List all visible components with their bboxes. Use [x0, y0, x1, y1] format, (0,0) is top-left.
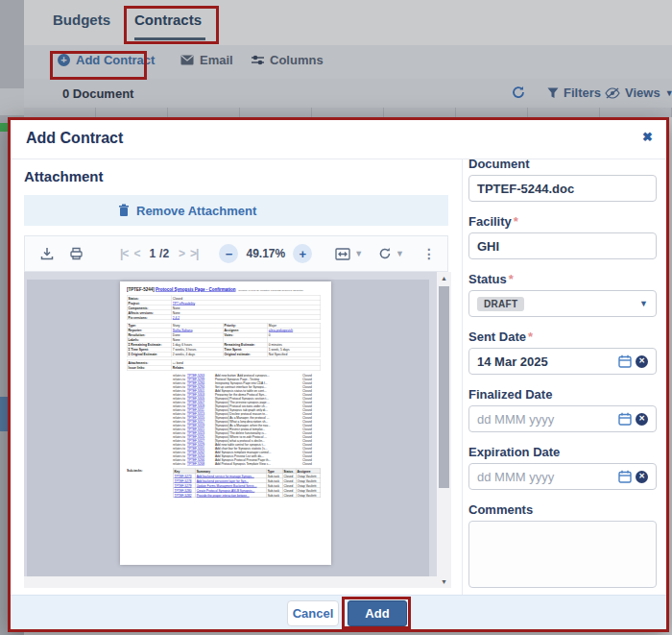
status-label: Status* — [468, 272, 657, 286]
pdf-doc-attachments-table: Attachments:☐ bond Issue links:Relates — [127, 360, 321, 371]
pdf-page-content: [TPTEF-5244] Protocol Synopsis Page - Co… — [120, 281, 331, 565]
sent-date-field[interactable]: 14 Mar 2025 ✕ — [468, 348, 657, 375]
add-button[interactable]: Add — [348, 600, 407, 626]
comments-textarea[interactable] — [468, 521, 657, 588]
remove-attachment-button[interactable]: Remove Attachment — [24, 195, 448, 226]
more-options-icon[interactable]: ⋮ — [422, 249, 436, 258]
pdf-doc-issue-links: relates toTPTEF-5263Add new button 'Add … — [127, 374, 321, 466]
modal-header: Add Contract ✖ — [11, 120, 666, 159]
modal-title: Add Contract — [26, 130, 123, 147]
scrollbar-thumb[interactable] — [439, 286, 449, 488]
pdf-viewer-toolbar: |< < 1 /2 > >| − 49.17% + ▼ ▼ ⋮ — [24, 235, 448, 272]
document-label: Document — [468, 157, 657, 171]
status-select[interactable]: DRAFT ▼ — [468, 290, 657, 317]
attachment-heading: Attachment — [24, 168, 104, 184]
sidebar-green-accent — [0, 123, 8, 132]
finalized-date-input[interactable] — [477, 412, 618, 427]
select-caret-icon: ▼ — [639, 299, 648, 308]
panel-divider — [462, 159, 463, 595]
expiration-date-input[interactable] — [477, 470, 618, 484]
rotate-icon[interactable] — [378, 247, 392, 260]
expiration-date-field[interactable]: ✕ — [468, 463, 657, 490]
sidebar-active-item — [0, 397, 8, 431]
pdf-viewer-canvas[interactable]: [TPTEF-5244] Protocol Synopsis Page - Co… — [24, 272, 451, 588]
comments-label: Comments — [468, 502, 657, 517]
calendar-icon[interactable] — [618, 412, 632, 426]
print-icon[interactable] — [69, 247, 84, 260]
fit-width-icon[interactable] — [335, 248, 350, 260]
add-contract-modal: Add Contract ✖ Attachment Remove Attachm… — [8, 117, 669, 632]
download-icon[interactable] — [40, 247, 54, 260]
doc-link-row: relates toTPTEF-5268Add Protocol Synopsi… — [127, 462, 321, 466]
viewer-vertical-scrollbar[interactable]: ▲ ▼ — [437, 272, 451, 588]
doc-subtask-row: TPTEF-5282Provide the proper interaction… — [173, 493, 321, 498]
clear-date-icon[interactable]: ✕ — [636, 355, 648, 368]
status-badge: DRAFT — [477, 297, 524, 311]
expiration-date-label: Expiration Date — [468, 445, 657, 459]
calendar-icon[interactable] — [618, 470, 632, 483]
doc-detail-row: Fix versions:2.4.2 — [127, 315, 321, 320]
pdf-page: [TPTEF-5244] Protocol Synopsis Page - Co… — [120, 281, 331, 565]
sent-date-label: Sent Date* — [468, 330, 657, 344]
facility-field[interactable]: GHI — [468, 232, 657, 259]
facility-label: Facility* — [468, 214, 657, 229]
first-page-icon[interactable]: |< — [120, 247, 128, 260]
zoom-in-button[interactable]: + — [293, 244, 312, 263]
viewer-horizontal-scrollbar[interactable] — [24, 576, 437, 588]
zoom-out-button[interactable]: − — [219, 244, 238, 263]
document-field[interactable]: TPTEF-5244.doc — [468, 175, 657, 202]
last-page-icon[interactable]: >| — [190, 247, 198, 260]
scroll-up-icon[interactable]: ▲ — [437, 272, 451, 284]
fit-options-chevron-icon[interactable]: ▼ — [354, 249, 363, 258]
rotate-options-chevron-icon[interactable]: ▼ — [396, 249, 404, 258]
page-total: /2 — [159, 247, 169, 260]
pdf-doc-details-table: Status:ClosedProject:TPT eFeasibilityCom… — [127, 296, 321, 321]
zoom-level: 49.17% — [246, 247, 285, 260]
page-current[interactable]: 1 — [149, 247, 156, 260]
finalized-date-label: Finalized Date — [468, 387, 657, 402]
doc-field-row: Σ Original Estimate:2 weeks, 4 daysOrigi… — [127, 352, 321, 356]
contract-form: Document TPTEF-5244.doc Facility* GHI St… — [468, 157, 657, 592]
pdf-doc-subtasks-table: KeySummaryTypeStatusAssigneeTPTEF-5273Ad… — [173, 469, 321, 499]
pdf-doc-title: [TPTEF-5244] Protocol Synopsis Page - Co… — [127, 287, 321, 292]
cancel-button[interactable]: Cancel — [287, 600, 339, 626]
finalized-date-field[interactable]: ✕ — [468, 405, 657, 432]
scroll-down-icon[interactable]: ▼ — [437, 575, 451, 588]
next-page-icon[interactable]: > — [179, 247, 184, 260]
clear-date-icon[interactable]: ✕ — [636, 471, 648, 483]
remove-attachment-label: Remove Attachment — [136, 204, 256, 218]
close-icon[interactable]: ✖ — [642, 130, 653, 144]
pdf-doc-subtasks-section: Sub-tasks: KeySummaryTypeStatusAssigneeT… — [127, 469, 321, 499]
modal-footer: Cancel Add — [11, 595, 666, 629]
trash-icon — [118, 204, 130, 217]
calendar-icon[interactable] — [618, 354, 632, 368]
pdf-doc-fields-table: Type:StoryPriority:MajorReporter:Sutha S… — [127, 323, 321, 357]
clear-date-icon[interactable]: ✕ — [636, 413, 648, 426]
prev-page-icon[interactable]: < — [133, 247, 139, 260]
